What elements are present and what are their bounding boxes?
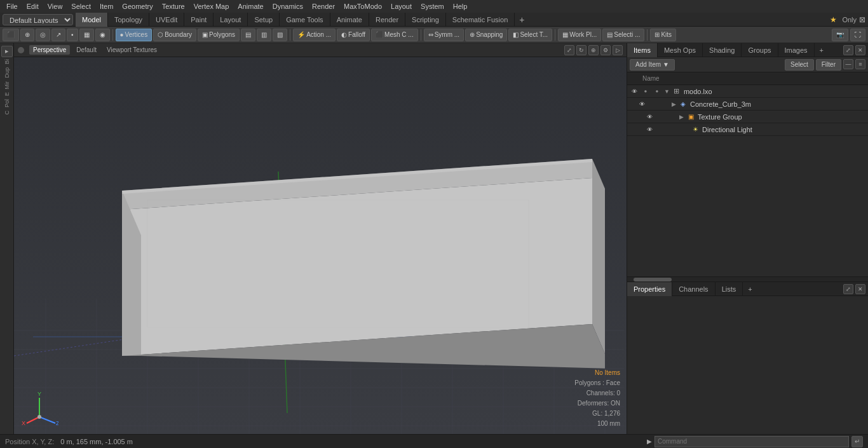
toolbar-circle-btn[interactable]: ◎ [36,29,50,41]
toolbar-sq3-btn[interactable]: ◉ [95,29,110,41]
expand-icon[interactable]: ⊠ [859,15,865,24]
menu-help[interactable]: Help [449,1,471,11]
menu-file[interactable]: File [3,1,22,11]
toolbar-arrow-btn[interactable]: ↗ [51,29,65,41]
toolbar-kits-btn[interactable]: ⊞ Kits [650,29,676,41]
tab-scripting[interactable]: Scripting [405,13,446,27]
menu-system[interactable]: System [417,1,448,11]
toolbar-selecti-btn[interactable]: ▤ Selecti ... [602,29,644,41]
menu-render[interactable]: Render [308,1,339,11]
props-tab-properties[interactable]: Properties [627,282,672,296]
eye-icon-texture[interactable]: 👁 [645,112,654,121]
tab-game-tools[interactable]: Game Tools [280,13,330,27]
items-tab-mesh-ops[interactable]: Mesh Ops [658,43,703,57]
tab-topology[interactable]: Topology [108,13,149,27]
select-button[interactable]: Select [785,59,814,71]
items-tab-images[interactable]: Images [778,43,815,57]
eye3-icon-scene[interactable]: ● [653,87,661,96]
tab-render[interactable]: Render [369,13,405,27]
eye2-icon-scene[interactable]: ● [641,87,650,96]
toolbar-mesh-btn[interactable]: ⬛ Mesh C ... [371,29,418,41]
toolbar-home-btn[interactable]: ⬛ [3,29,19,41]
toolbar-snapping-btn[interactable]: ⊕ Snapping [465,29,507,41]
tab-paint[interactable]: Paint [184,13,214,27]
tab-animate[interactable]: Animate [330,13,369,27]
menu-edit[interactable]: Edit [23,1,43,11]
toolbar-sq5-btn[interactable]: ▥ [257,29,271,41]
item-row-texture[interactable]: 👁 ▶ ▣ Texture Group [627,111,868,123]
vp-ctrl-refresh[interactable]: ↻ [576,45,587,55]
layout-plus-button[interactable]: + [515,13,529,27]
toolbar-vertices-btn[interactable]: ● Vertices [116,29,153,41]
item-row-mesh[interactable]: 👁 ▶ ◈ Concrete_Curb_3m [627,98,868,111]
items-tab-plus[interactable]: + [815,44,829,56]
toolbar-work-pl-btn[interactable]: ▦ Work Pl... [558,29,601,41]
eye-icon-light[interactable]: 👁 [645,125,654,134]
item-row-scene[interactable]: 👁 ● ● ▼ ⊞ modo.lxo [627,85,868,98]
items-close-btn[interactable]: ✕ [855,45,865,55]
menu-dynamics[interactable]: Dynamics [269,1,307,11]
toolbar-boundary-btn[interactable]: ⬡ Boundary [153,29,196,41]
props-tab-plus[interactable]: + [743,283,757,295]
menu-select[interactable]: Select [67,1,95,11]
items-hscroll[interactable] [627,276,868,282]
vp-ctrl-search[interactable]: ⊕ [588,45,599,55]
tab-schematic-fusion[interactable]: Schematic Fusion [446,13,515,27]
command-input[interactable] [654,436,849,447]
props-close-btn[interactable]: ✕ [855,284,865,294]
eye-icon-mesh[interactable]: 👁 [637,100,646,109]
menu-view[interactable]: View [44,1,67,11]
layout-dropdown[interactable]: Default Layouts [3,14,73,25]
toolbar-camera-btn[interactable]: 📷 [832,29,848,41]
star-icon[interactable]: ★ [827,15,839,24]
menu-vertex-map[interactable]: Vertex Map [190,1,233,11]
tab-model[interactable]: Model [76,13,108,27]
menu-layout[interactable]: Layout [387,1,416,11]
toolbar-action-btn[interactable]: ⚡ Action ... [293,29,336,41]
toolbar-sq4-btn[interactable]: ▤ [241,29,255,41]
vp-tab-default[interactable]: Default [72,45,100,55]
tab-layout[interactable]: Layout [214,13,248,27]
menu-texture[interactable]: Texture [158,1,189,11]
arrow-icon-texture[interactable]: ▶ [679,114,684,120]
toolbar-symm-btn[interactable]: ⇔ Symm ... [424,29,464,41]
menu-item[interactable]: Item [96,1,117,11]
menu-maxtomode[interactable]: MaxToModo [340,1,386,11]
toolbar-falloff-btn[interactable]: ◐ Falloff [337,29,370,41]
command-exec-btn[interactable]: ↵ [851,436,863,447]
left-btn-1[interactable]: ▶ [1,46,13,57]
vp-ctrl-arrows[interactable]: ⤢ [564,45,574,55]
vp-tab-perspective[interactable]: Perspective [29,45,70,55]
filter-button[interactable]: Filter [816,59,841,71]
toolbar-sq1-btn[interactable]: ▪ [67,29,78,41]
menu-animate[interactable]: Animate [234,1,267,11]
vp-tab-textures[interactable]: Viewport Textures [103,45,161,55]
items-tab-groups[interactable]: Groups [742,43,778,57]
toolbar-sq6-btn[interactable]: ▧ [273,29,287,41]
toolbar-polygons-btn[interactable]: ▣ Polygons [198,29,240,41]
props-tab-channels[interactable]: Channels [672,282,715,296]
items-settings-btn[interactable]: ≡ [855,59,865,69]
toolbar-fullscreen-btn[interactable]: ⛶ [850,29,865,41]
items-expand-btn[interactable]: ⤢ [843,45,853,55]
command-arrow[interactable]: ▶ [647,438,652,445]
menu-geometry[interactable]: Geometry [118,1,156,11]
vp-ctrl-settings[interactable]: ⚙ [600,45,611,55]
item-row-light[interactable]: 👁 ☀ Directional Light [627,123,868,136]
arrow-icon-mesh[interactable]: ▶ [672,101,676,107]
add-item-button[interactable]: Add Item ▼ [630,59,675,71]
props-tab-lists[interactable]: Lists [715,282,743,296]
toolbar-add-btn[interactable]: ⊕ [20,29,34,41]
eye-icon-scene[interactable]: 👁 [630,87,639,96]
toolbar-sq2-btn[interactable]: ▦ [79,29,94,41]
items-tab-shading[interactable]: Shading [703,43,742,57]
props-expand-btn[interactable]: ⤢ [843,284,853,294]
scene-canvas[interactable]: No Items Polygons : Face Channels: 0 Def… [14,57,627,434]
arrow-icon-scene[interactable]: ▼ [664,88,670,95]
tab-uvedit[interactable]: UVEdit [149,13,184,27]
items-minus-btn[interactable]: — [843,59,853,69]
toolbar-select-t-btn[interactable]: ◧ Select T... [508,29,552,41]
hscroll-thumb[interactable] [634,278,672,282]
items-tab-items[interactable]: Items [627,43,658,57]
tab-setup[interactable]: Setup [248,13,280,27]
